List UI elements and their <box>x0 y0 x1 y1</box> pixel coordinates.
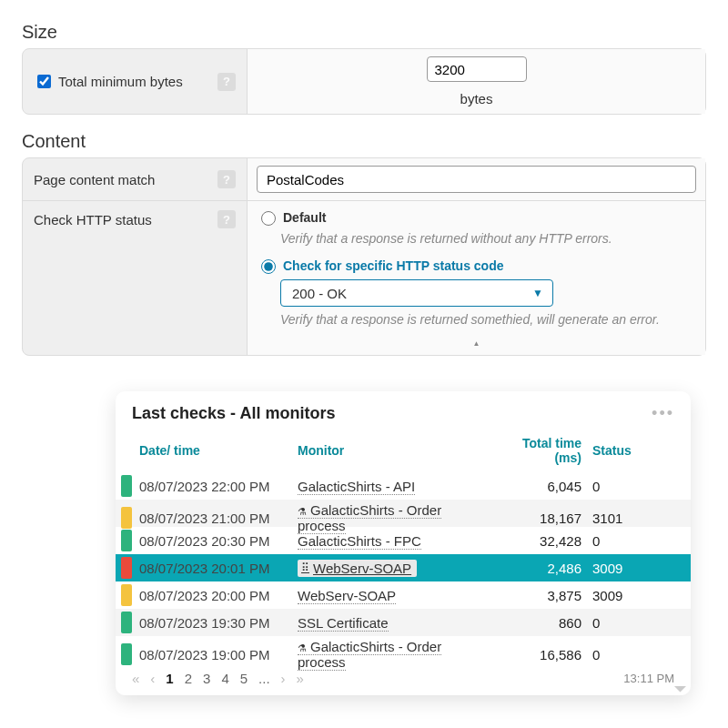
cell-date: 08/07/2023 20:30 PM <box>134 531 292 551</box>
table-row[interactable]: 08/07/2023 19:30 PMSSL Certificate8600 <box>116 609 691 636</box>
http-specific-help: Verify that a response is returned somet… <box>280 312 696 327</box>
table-row[interactable]: 08/07/2023 20:01 PM⠿WebServ-SOAP2,486300… <box>116 554 691 581</box>
monitor-link[interactable]: GalacticShirts - FPC <box>298 533 421 550</box>
cell-time: 3,875 <box>487 585 587 606</box>
col-date[interactable]: Date/ time <box>134 440 292 461</box>
card-title: Last checks - All monitors <box>132 404 335 423</box>
http-default-help: Verify that a response is returned witho… <box>280 231 696 246</box>
status-badge <box>121 530 132 551</box>
monitor-link[interactable]: ⠿WebServ-SOAP <box>298 560 417 577</box>
page-number[interactable]: 1 <box>166 671 173 686</box>
cell-date: 08/07/2023 19:30 PM <box>134 612 292 633</box>
chevron-down-icon: ▼ <box>532 287 543 299</box>
cell-status: 0 <box>587 644 660 665</box>
cell-monitor: GalacticShirts - FPC <box>292 531 487 551</box>
http-specific-radio[interactable] <box>261 259 276 274</box>
section-title-size: Size <box>22 22 706 43</box>
cell-monitor: GalacticShirts - API <box>292 476 487 497</box>
page-number[interactable]: ... <box>258 671 270 686</box>
page-last-icon[interactable]: » <box>297 671 304 686</box>
page-number[interactable]: 5 <box>240 671 248 686</box>
status-badge <box>121 612 132 633</box>
help-icon[interactable]: ? <box>217 170 236 188</box>
cell-status: 3009 <box>587 585 660 606</box>
cell-time: 18,167 <box>487 508 587 529</box>
page-number[interactable]: 4 <box>221 671 228 686</box>
more-icon[interactable]: ••• <box>652 404 674 423</box>
cell-status: 0 <box>587 612 660 633</box>
help-icon[interactable]: ? <box>217 210 236 228</box>
http-specific-label: Check for specific HTTP status code <box>283 258 503 273</box>
min-bytes-input[interactable] <box>427 56 527 82</box>
cell-monitor: WebServ-SOAP <box>292 585 487 606</box>
cell-date: 08/07/2023 20:01 PM <box>134 558 292 579</box>
expand-hint-icon: ▲ <box>257 339 696 348</box>
monitor-link[interactable]: SSL Certificate <box>298 615 389 632</box>
check-http-status-label: Check HTTP status <box>34 212 152 228</box>
cell-monitor: SSL Certificate <box>292 612 487 633</box>
http-default-radio[interactable] <box>261 211 276 226</box>
section-title-content: Content <box>22 131 706 152</box>
cell-monitor: ⚗GalacticShirts - Order process <box>292 636 487 672</box>
help-icon[interactable]: ? <box>217 73 236 91</box>
status-badge <box>121 507 132 529</box>
http-default-label: Default <box>283 210 326 225</box>
col-time[interactable]: Total time (ms) <box>487 432 587 469</box>
status-badge <box>121 475 132 497</box>
cell-date: 08/07/2023 19:00 PM <box>134 644 292 665</box>
cell-time: 6,045 <box>487 476 587 497</box>
cell-date: 08/07/2023 22:00 PM <box>134 476 292 497</box>
cell-status: 3101 <box>587 508 660 529</box>
table-row[interactable]: 08/07/2023 20:00 PMWebServ-SOAP3,8753009 <box>116 581 691 609</box>
cell-date: 08/07/2023 20:00 PM <box>134 585 292 606</box>
http-status-select[interactable]: 200 - OK ▼ <box>280 279 553 307</box>
cell-time: 16,586 <box>487 644 587 665</box>
table-row[interactable]: 08/07/2023 20:30 PMGalacticShirts - FPC3… <box>116 527 691 554</box>
cell-monitor: ⠿WebServ-SOAP <box>292 556 487 580</box>
http-status-selected: 200 - OK <box>292 286 347 301</box>
cell-status: 0 <box>587 476 660 497</box>
page-content-match-input[interactable] <box>257 166 696 193</box>
col-monitor[interactable]: Monitor <box>292 440 487 461</box>
pagination: « ‹ 12345... › » <box>132 671 304 686</box>
page-first-icon[interactable]: « <box>132 671 139 686</box>
drag-icon: ⠿ <box>301 561 309 574</box>
bytes-unit: bytes <box>460 91 493 106</box>
page-next-icon[interactable]: › <box>281 671 286 686</box>
page-prev-icon[interactable]: ‹ <box>150 671 155 686</box>
monitor-link[interactable]: GalacticShirts - API <box>298 479 415 495</box>
cell-status: 3009 <box>587 558 660 579</box>
clock: 13:11 PM <box>623 672 674 685</box>
cell-date: 08/07/2023 21:00 PM <box>134 508 292 529</box>
status-badge <box>121 557 132 579</box>
cell-time: 32,428 <box>487 531 587 551</box>
monitor-link[interactable]: ⚗GalacticShirts - Order process <box>298 639 441 671</box>
monitor-link[interactable]: WebServ-SOAP <box>298 588 396 604</box>
flask-icon: ⚗ <box>298 506 307 517</box>
size-panel: Total minimum bytes ? bytes <box>22 48 706 115</box>
cell-time: 860 <box>487 612 587 633</box>
cell-status: 0 <box>587 531 660 551</box>
page-number[interactable]: 3 <box>203 671 210 686</box>
last-checks-card: Last checks - All monitors ••• Date/ tim… <box>116 391 691 695</box>
page-number[interactable]: 2 <box>185 671 192 686</box>
status-badge <box>121 584 132 606</box>
table-row[interactable]: 08/07/2023 22:00 PMGalacticShirts - API6… <box>116 472 691 500</box>
page-content-match-label: Page content match <box>34 172 155 187</box>
content-panel: Page content match ? Check HTTP status ?… <box>22 157 706 356</box>
flask-icon: ⚗ <box>298 642 307 653</box>
min-bytes-checkbox[interactable] <box>37 75 51 88</box>
status-badge <box>121 643 132 665</box>
cell-time: 2,486 <box>487 558 587 579</box>
col-status[interactable]: Status <box>587 440 660 461</box>
table-row[interactable]: 08/07/2023 19:00 PM⚗GalacticShirts - Ord… <box>116 636 691 663</box>
min-bytes-label: Total minimum bytes <box>58 74 183 89</box>
table-header: Date/ time Monitor Total time (ms) Statu… <box>116 432 691 469</box>
table-row[interactable]: 08/07/2023 21:00 PM⚗GalacticShirts - Ord… <box>116 500 691 527</box>
